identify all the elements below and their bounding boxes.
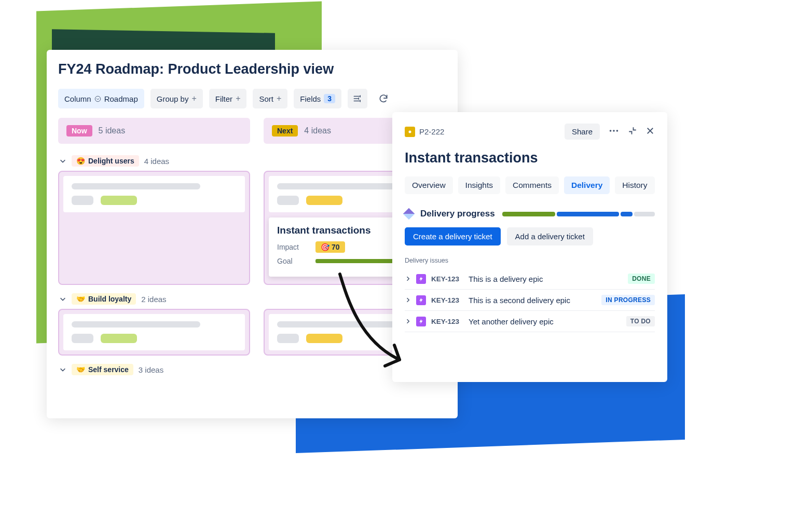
issue-title: This is a second delivery epic — [469, 296, 596, 305]
goal-label: Goal — [277, 257, 308, 265]
emoji-icon: 😍 — [76, 157, 85, 165]
status-badge: TO DO — [626, 316, 655, 326]
impact-badge: 🎯70 — [315, 241, 345, 253]
skeleton-pill — [277, 196, 299, 205]
detail-tabs: Overview Insights Comments Delivery Hist… — [405, 176, 655, 194]
group-count: 3 ideas — [139, 365, 163, 374]
filter-chip[interactable]: Filter+ — [209, 89, 247, 108]
delivery-issue-row[interactable]: KEY-123This is a second delivery epicIN … — [405, 290, 655, 311]
column-chip-label: Column — [64, 94, 91, 103]
skeleton-pill — [306, 334, 342, 343]
chevron-down-icon — [59, 366, 66, 373]
share-button[interactable]: Share — [565, 124, 600, 140]
group-tag: 🤝Self service — [72, 364, 133, 375]
skeleton-pill — [277, 334, 299, 343]
skeleton-line — [277, 183, 406, 189]
group-count: 4 ideas — [144, 157, 169, 166]
chevron-right-icon — [405, 276, 411, 282]
emoji-icon: 🤝 — [76, 365, 85, 374]
tab-insights[interactable]: Insights — [458, 176, 500, 194]
add-delivery-ticket-button[interactable]: Add a delivery ticket — [507, 227, 593, 245]
fields-chip[interactable]: Fields 3 — [294, 89, 341, 108]
idea-card[interactable] — [63, 314, 245, 350]
group-count: 2 ideas — [141, 295, 166, 304]
column-count-now: 5 ideas — [99, 126, 126, 135]
chevron-right-icon — [405, 318, 411, 324]
skeleton-pill — [306, 196, 342, 205]
status-badge: DONE — [628, 274, 655, 284]
impact-value: 70 — [332, 243, 340, 251]
skeleton-pill — [72, 334, 93, 343]
settings-icon-button[interactable] — [348, 89, 367, 108]
plus-icon: + — [277, 94, 281, 103]
epic-icon — [416, 317, 426, 326]
card-slot — [58, 171, 250, 285]
delivery-issues-label: Delivery issues — [405, 257, 655, 264]
fields-label: Fields — [300, 94, 321, 103]
impact-label: Impact — [277, 243, 308, 251]
group-label: Self service — [88, 365, 129, 374]
progress-label: Delivery progress — [420, 209, 495, 219]
delivery-issue-row[interactable]: KEY-123This is a delivery epicDONE — [405, 268, 655, 290]
detail-header: P2-222 Share — [405, 124, 655, 140]
delivery-progress-row: Delivery progress — [405, 209, 655, 219]
delivery-issue-row[interactable]: KEY-123Yet another delivery epicTO DO — [405, 311, 655, 332]
issue-key: KEY-123 — [431, 296, 463, 304]
svg-point-4 — [616, 130, 619, 132]
refresh-icon — [378, 93, 389, 104]
skeleton-line — [277, 321, 406, 328]
skeleton-line — [72, 321, 200, 328]
sort-label: Sort — [259, 94, 273, 103]
status-badge: IN PROGRESS — [601, 295, 655, 305]
chevron-down-icon — [59, 295, 66, 303]
tab-history[interactable]: History — [615, 176, 654, 194]
fields-count-badge: 3 — [324, 94, 335, 103]
detail-panel: P2-222 Share Instant transactions Overvi… — [392, 112, 667, 382]
tab-comments[interactable]: Comments — [505, 176, 559, 194]
tab-overview[interactable]: Overview — [405, 176, 453, 194]
button-row: Create a delivery ticket Add a delivery … — [405, 227, 655, 245]
column-now: Now 5 ideas — [58, 118, 250, 151]
create-delivery-ticket-button[interactable]: Create a delivery ticket — [405, 227, 501, 245]
idea-card[interactable] — [63, 176, 245, 212]
close-icon[interactable] — [645, 126, 655, 138]
chevron-down-icon — [94, 96, 101, 102]
refresh-icon-button[interactable] — [374, 89, 393, 108]
column-pill-next: Next — [272, 125, 298, 137]
column-chip[interactable]: Column Roadmap — [58, 89, 144, 108]
epic-icon — [416, 295, 426, 305]
skeleton-pill — [101, 334, 137, 343]
column-chip-value: Roadmap — [104, 94, 138, 103]
svg-point-2 — [610, 130, 612, 132]
collapse-icon[interactable] — [628, 126, 637, 138]
plus-icon: + — [191, 94, 196, 103]
group-tag: 😍Delight users — [72, 155, 139, 167]
emoji-icon: 🤝 — [76, 295, 85, 303]
column-count-next: 4 ideas — [304, 126, 331, 135]
more-icon[interactable] — [608, 125, 620, 139]
sliders-icon — [353, 94, 362, 103]
group-label: Build loyalty — [88, 295, 131, 303]
issue-breadcrumb[interactable]: P2-222 — [405, 127, 444, 137]
groupby-chip[interactable]: Group by+ — [150, 89, 203, 108]
delivery-issues-list: KEY-123This is a delivery epicDONEKEY-12… — [405, 268, 655, 332]
chevron-right-icon — [405, 297, 411, 303]
column-header-now[interactable]: Now 5 ideas — [58, 118, 250, 144]
svg-point-1 — [409, 130, 411, 133]
epic-icon — [416, 274, 426, 284]
detail-title: Instant transactions — [405, 150, 655, 166]
svg-point-3 — [613, 130, 615, 132]
idea-type-icon — [405, 127, 415, 137]
skeleton-line — [72, 183, 200, 189]
page-title: FY24 Roadmap: Product Leadership view — [58, 61, 458, 77]
issue-key: KEY-123 — [431, 275, 463, 283]
plus-icon: + — [236, 94, 240, 103]
sort-chip[interactable]: Sort+ — [253, 89, 287, 108]
filter-label: Filter — [215, 94, 232, 103]
skeleton-pill — [101, 196, 137, 205]
issue-key: P2-222 — [419, 127, 444, 136]
groupby-label: Group by — [157, 94, 189, 103]
tab-delivery[interactable]: Delivery — [564, 176, 610, 194]
toolbar: Column Roadmap Group by+ Filter+ Sort+ F… — [58, 89, 458, 108]
group-label: Delight users — [88, 157, 134, 165]
